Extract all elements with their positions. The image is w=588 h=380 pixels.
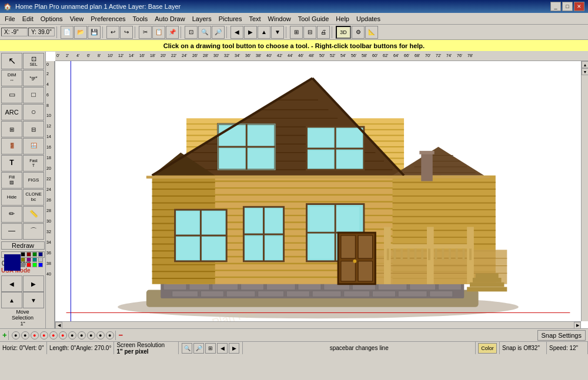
menu-pictures[interactable]: Pictures bbox=[215, 15, 246, 23]
poly-tool[interactable]: ⌒ bbox=[23, 223, 44, 240]
snap-settings-button[interactable]: Snap Settings bbox=[537, 330, 586, 341]
rect-tool[interactable]: □ bbox=[23, 87, 44, 103]
tb-copy[interactable]: 📋 bbox=[152, 26, 165, 39]
snap-btn-5[interactable]: ● bbox=[49, 331, 58, 339]
color-picker[interactable] bbox=[1, 251, 45, 258]
snap-btn-1[interactable]: ● bbox=[12, 331, 20, 339]
horizontal-scrollbar[interactable]: ◀ ▶ bbox=[55, 321, 581, 328]
menu-options[interactable]: Options bbox=[37, 15, 66, 23]
tb-open[interactable]: 📂 bbox=[74, 26, 87, 39]
tb-grid[interactable]: ⊟ bbox=[303, 26, 316, 39]
tb-arrow-left[interactable]: ◀ bbox=[230, 26, 243, 39]
menu-view[interactable]: View bbox=[66, 15, 88, 23]
snap-btn-3[interactable]: ● bbox=[31, 331, 39, 339]
select-box-tool[interactable]: ⊡SEL bbox=[23, 53, 44, 69]
move-left[interactable]: ◀ bbox=[1, 275, 22, 292]
canvas-area[interactable]: 0' 2' 4' 6' 8' 10' 12' 14' 16' 18' 20' 2… bbox=[46, 52, 588, 328]
svg-rect-120 bbox=[469, 248, 472, 260]
measure-tool[interactable]: 📏 bbox=[23, 206, 44, 223]
snap-btn-9[interactable]: ● bbox=[87, 331, 95, 339]
tb-paste[interactable]: 📌 bbox=[166, 26, 179, 39]
snap-btn-6[interactable]: ● bbox=[59, 331, 67, 339]
zoom-fit-button[interactable]: ⊞ bbox=[205, 343, 216, 354]
circle-tool[interactable]: ○ bbox=[23, 104, 44, 120]
menu-window[interactable]: Window bbox=[265, 15, 295, 23]
arc-tool[interactable]: ARC bbox=[1, 104, 22, 120]
wall-tool[interactable]: ▭ bbox=[1, 87, 22, 103]
vscroll-down[interactable]: ▼ bbox=[582, 68, 588, 75]
drawing-canvas[interactable]: Home Plan Pro bbox=[55, 61, 581, 321]
tb-extra2[interactable]: 📐 bbox=[365, 26, 378, 39]
tb-undo[interactable]: ↩ bbox=[106, 26, 119, 39]
color-grid bbox=[21, 252, 44, 257]
menu-layers[interactable]: Layers bbox=[189, 15, 215, 23]
tb-cut[interactable]: ✂ bbox=[139, 26, 152, 39]
tb-3d[interactable]: 3D bbox=[336, 26, 351, 39]
menu-help[interactable]: Help bbox=[332, 15, 353, 23]
line-tool[interactable]: — bbox=[1, 223, 22, 240]
menu-updates[interactable]: Updates bbox=[353, 15, 384, 23]
fast-text-tool[interactable]: FastT bbox=[23, 155, 44, 171]
snap-btn-4[interactable]: ● bbox=[40, 331, 48, 339]
snap-btn-10[interactable]: ● bbox=[96, 331, 105, 339]
sep5 bbox=[226, 26, 229, 38]
snap-btn-2[interactable]: ● bbox=[21, 331, 29, 339]
menu-tools[interactable]: Tools bbox=[129, 15, 152, 23]
text-tool[interactable]: T bbox=[1, 155, 22, 171]
close-button[interactable]: ✕ bbox=[574, 2, 584, 11]
menu-toolguide[interactable]: Tool Guide bbox=[295, 15, 333, 23]
hide-tool[interactable]: Hide bbox=[1, 189, 22, 206]
svg-rect-117 bbox=[449, 248, 451, 260]
infobar-message: Click on a drawing tool button to choose… bbox=[163, 42, 425, 49]
snap-btn-11[interactable]: ● bbox=[106, 331, 114, 339]
tb-fit[interactable]: ⊞ bbox=[290, 26, 303, 39]
tb-print[interactable]: 🖨 bbox=[317, 26, 330, 39]
vertical-scrollbar[interactable]: ▲ ▼ bbox=[581, 61, 588, 321]
window-tool[interactable]: 🪟 bbox=[23, 138, 44, 154]
zoom-next-button[interactable]: ▶ bbox=[229, 343, 239, 354]
fill-tool[interactable]: Fill▨ bbox=[1, 172, 22, 189]
tb-zoom-in[interactable]: 🔍 bbox=[198, 26, 211, 39]
tb-zoom-out[interactable]: 🔎 bbox=[212, 26, 225, 39]
vscroll-up[interactable]: ▲ bbox=[582, 61, 588, 68]
menu-preferences[interactable]: Preferences bbox=[87, 15, 129, 23]
svg-rect-109 bbox=[394, 248, 396, 260]
stair-tool[interactable]: ⊞ bbox=[1, 121, 22, 137]
zoom-in-button[interactable]: 🔍 bbox=[182, 343, 192, 354]
stair2-tool[interactable]: ⊟ bbox=[23, 121, 44, 137]
pencil-tool[interactable]: ✏ bbox=[1, 206, 22, 223]
move-down[interactable]: ▼ bbox=[23, 292, 44, 308]
tb-save[interactable]: 💾 bbox=[88, 26, 101, 39]
tb-arrow-down[interactable]: ▼ bbox=[271, 26, 284, 39]
snap-btn-8[interactable]: ● bbox=[78, 331, 86, 339]
maximize-button[interactable]: □ bbox=[562, 2, 573, 11]
menu-file[interactable]: File bbox=[1, 15, 19, 23]
zoom-prev-button[interactable]: ◀ bbox=[217, 343, 228, 354]
clone-tool[interactable]: CLONEbc bbox=[23, 189, 44, 206]
door-tool[interactable]: 🚪 bbox=[1, 138, 22, 154]
tb-redo[interactable]: ↪ bbox=[120, 26, 133, 39]
snap-btn-7[interactable]: ● bbox=[68, 331, 76, 339]
hscroll-right[interactable]: ▶ bbox=[574, 322, 581, 329]
tb-select[interactable]: ⊡ bbox=[185, 26, 198, 39]
tb-extra1[interactable]: ⚙ bbox=[352, 26, 365, 39]
tb-new[interactable]: 📄 bbox=[61, 26, 74, 39]
minimize-button[interactable]: _ bbox=[550, 2, 561, 11]
dim2-tool[interactable]: *gr* bbox=[23, 70, 44, 86]
snap-value: 32" bbox=[531, 345, 540, 351]
select-tool[interactable]: ↖ bbox=[1, 53, 22, 69]
dim-tool[interactable]: DIM↔ bbox=[1, 70, 22, 86]
menu-text[interactable]: Text bbox=[245, 15, 264, 23]
move-up[interactable]: ▲ bbox=[1, 292, 22, 308]
left-toolbar: ↖ ⊡SEL DIM↔ *gr* ▭ □ ARC ○ ⊞ ⊟ 🚪 🪟 T Fas… bbox=[0, 52, 46, 328]
tb-arrow-up[interactable]: ▲ bbox=[258, 26, 270, 39]
tb-arrow-right[interactable]: ▶ bbox=[244, 26, 257, 39]
redraw-button[interactable]: Redraw bbox=[1, 241, 45, 250]
color-button[interactable]: Color bbox=[478, 343, 497, 354]
move-right[interactable]: ▶ bbox=[23, 275, 44, 292]
figs-tool[interactable]: FIGS bbox=[23, 172, 44, 189]
zoom-out-button[interactable]: 🔎 bbox=[193, 343, 204, 354]
menu-edit[interactable]: Edit bbox=[19, 15, 37, 23]
hscroll-left[interactable]: ◀ bbox=[55, 322, 62, 329]
menu-autodraw[interactable]: Auto Draw bbox=[151, 15, 188, 23]
